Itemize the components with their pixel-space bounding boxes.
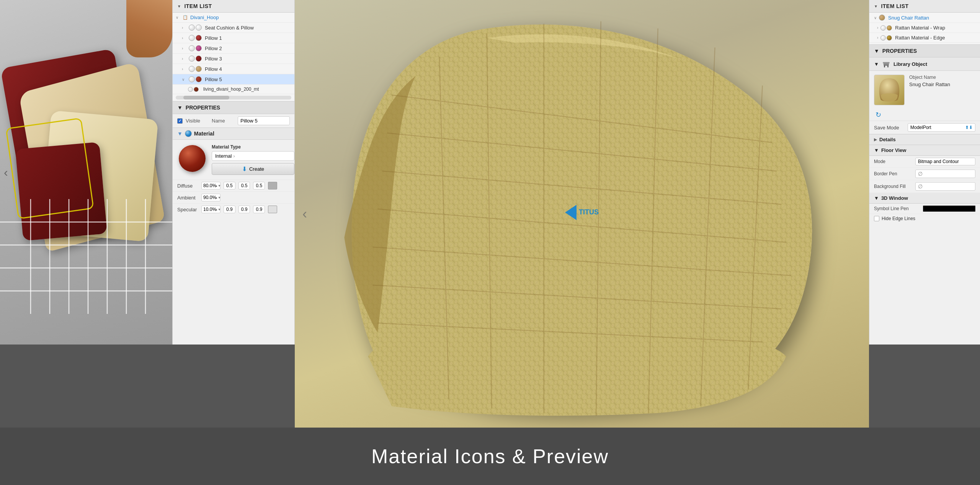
floor-view-mode-label: Mode [874,159,912,164]
create-label: Create [249,166,264,172]
diffuse-g[interactable]: 0.5 [238,182,250,189]
properties-section: ▼ PROPERTIES ✓ Visible Name Pillow 5 ▼ M… [173,101,294,345]
floor-view-triangle: ▼ [874,147,879,153]
mat-file-icon1 [188,87,193,92]
diffuse-spinners[interactable]: ▲▼ [215,184,221,188]
save-mode-select[interactable]: ModelPort ⬆⬇ [908,123,975,132]
specular-g[interactable]: 0.9 [238,206,250,213]
diffuse-pct-input[interactable]: 80.0% ▲▼ [201,182,220,189]
pillow4-mat2 [196,66,202,72]
visible-checkbox[interactable]: ✓ [177,118,183,124]
specular-spinners[interactable]: ▲▼ [215,208,221,211]
visible-name-row: ✓ Visible Name Pillow 5 [173,114,294,127]
chair-thumbnail [874,75,905,105]
material-file-row[interactable]: living_divani_hoop_200_mt [173,85,294,94]
hide-edge-lines-checkbox[interactable] [874,216,879,221]
pillow5-row[interactable]: ∨ Pillow 5 [173,74,294,85]
pillow3-mat1 [189,56,195,62]
scroll-thumb [183,96,229,100]
center-nav-left-arrow[interactable]: ‹ [302,206,307,222]
rattan-edge-row[interactable]: › Rattan Material - Edge [869,33,980,43]
material-file-label: living_divani_hoop_200_mt [203,87,259,92]
diffuse-r[interactable]: 0.5 [224,182,235,189]
pillow3-row[interactable]: › Pillow 3 [173,54,294,64]
snug-chair-link[interactable]: Snug Chair Rattan [888,15,929,21]
refresh-icon[interactable]: ↻ [875,111,881,119]
ambient-pct-input[interactable]: 90.0% ▲▼ [201,194,220,201]
border-pen-value[interactable]: ∅ [915,170,975,178]
diffuse-color-swatch[interactable] [268,182,277,189]
name-field[interactable]: Pillow 5 [238,116,290,125]
svg-rect-36 [887,65,889,67]
pillow1-row[interactable]: › Pillow 1 [173,33,294,43]
background-fill-null: ∅ [918,183,923,189]
basket-svg [0,199,172,314]
floor-view-label: Floor View [881,147,906,153]
details-section-header[interactable]: ▶ Details [869,134,980,145]
material-file-icons [188,87,199,92]
pillow4-expand: › [182,67,186,71]
pillow1-label: Pillow 1 [205,35,222,41]
rattan-wrap-label: Rattan Material - Wrap [895,25,945,31]
background-fill-row: Background Fill ∅ [869,180,980,193]
background-fill-value[interactable]: ∅ [915,182,975,191]
library-object-triangle: ▼ [874,61,879,67]
divani-hoop-link[interactable]: Divani_Hoop [190,15,219,20]
seat-cushion-row[interactable]: › Seat Cushion & Pillow [173,23,294,33]
rattan-wrap-icon1 [880,25,886,31]
object-name-label: Object Name [909,75,975,80]
pillow2-expand: › [182,46,186,51]
divani-expand: ∨ [176,15,180,20]
right-item-list-header: ▼ ITEM LIST [869,0,980,13]
snug-chair-row[interactable]: ∨ Snug Chair Rattan [869,13,980,23]
refresh-area: ↻ [869,109,980,121]
right-panel: ▼ ITEM LIST ∨ Snug Chair Rattan › Rattan… [869,0,980,345]
material-label: Material [194,131,214,137]
hide-edge-lines-label: Hide Edge Lines [882,216,915,221]
item-list-title: ITEM LIST [184,3,212,9]
create-button[interactable]: ⬇ Create [212,163,294,175]
hand-element [126,0,172,57]
pillow5-mat2 [196,76,202,82]
titus-arrow-icon [565,205,577,220]
diffuse-row: Diffuse 80.0% ▲▼ 0.5 0.5 0.5 [173,180,294,191]
nav-left-arrow[interactable]: ‹ [4,165,8,180]
pillow4-row[interactable]: › Pillow 4 [173,64,294,74]
material-section-header: ▼ Material [173,127,294,140]
specular-r[interactable]: 0.9 [224,206,235,213]
mat-file-icon2 [194,87,199,92]
floor-view-mode-value[interactable]: Bitmap and Contour [915,158,975,165]
right-properties-triangle: ▼ [874,48,879,54]
right-item-list: ▼ ITEM LIST ∨ Snug Chair Rattan › Rattan… [869,0,980,45]
pillow2-mat2 [196,45,202,51]
seat-cushion-label: Seat Cushion & Pillow [205,25,254,31]
pillow2-row[interactable]: › Pillow 2 [173,43,294,54]
properties-triangle: ▼ [177,105,183,111]
pillow3-mat2 [196,56,202,62]
symbol-line-pen-value[interactable] [923,206,975,212]
specular-pct-input[interactable]: 10.0% ▲▼ [201,206,220,213]
hide-edge-lines-row: Hide Edge Lines [869,214,980,223]
pillow3-label: Pillow 3 [205,56,222,62]
diffuse-label: Diffuse [177,183,198,189]
rattan-edge-expand: › [877,36,878,40]
rattan-edge-label: Rattan Material - Edge [895,35,945,41]
item-list-scrollbar[interactable] [176,96,291,100]
pillow1-mat2 [196,35,202,41]
properties-header: ▼ PROPERTIES [173,101,294,114]
divani-hoop-row[interactable]: ∨ 📋 Divani_Hoop [173,13,294,23]
rattan-edge-icon1 [880,35,886,41]
library-object-content: Object Name Snug Chair Rattan [869,71,980,109]
specular-label: Specular [177,207,198,212]
specular-color-swatch[interactable] [268,206,277,213]
seat-cushion-icons [189,24,202,31]
material-color-ball [179,145,206,172]
ambient-spinners[interactable]: ▲▼ [215,196,221,199]
background-fill-label: Background Fill [874,184,912,189]
window-3d-label: 3D Window [881,195,908,201]
pillow5-mat1 [189,76,195,82]
specular-b[interactable]: 0.9 [253,206,265,213]
material-type-select[interactable]: Internal › [212,151,294,161]
rattan-wrap-row[interactable]: › Rattan Material - Wrap [869,23,980,33]
diffuse-b[interactable]: 0.5 [253,182,265,189]
